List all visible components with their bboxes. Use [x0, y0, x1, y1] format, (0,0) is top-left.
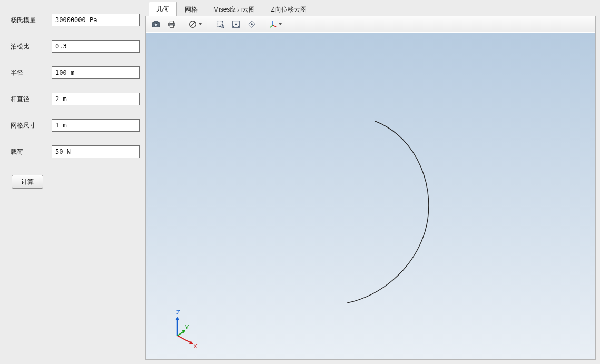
svg-rect-8	[217, 21, 223, 26]
svg-line-22	[178, 331, 184, 336]
svg-line-16	[273, 25, 276, 27]
svg-rect-5	[170, 25, 173, 27]
axis-z-label: Z	[176, 309, 180, 316]
axis-triad: Z X Y	[176, 309, 198, 349]
radius-field[interactable]	[52, 66, 140, 79]
field-label: 杆直径	[11, 95, 52, 104]
poisson-ratio-field[interactable]	[52, 40, 140, 53]
viewport-toolbar	[146, 16, 595, 32]
form-row: 半径	[11, 66, 135, 79]
field-label: 网格尺寸	[11, 121, 52, 130]
tab-mises[interactable]: Mises应力云图	[205, 2, 263, 16]
tab-geometry[interactable]: 几何	[149, 2, 177, 16]
clear-dropdown-icon[interactable]	[188, 18, 204, 31]
geometry-arc	[347, 121, 429, 303]
svg-marker-19	[176, 317, 179, 320]
toolbar-separator	[183, 19, 183, 29]
svg-rect-4	[170, 21, 173, 23]
svg-point-2	[154, 23, 158, 26]
tab-panel-geometry: Z X Y	[145, 16, 596, 360]
svg-line-7	[191, 22, 195, 26]
tabs-strip: 几何 网格 Mises应力云图 Z向位移云图	[145, 2, 596, 16]
camera-icon[interactable]	[149, 18, 163, 31]
svg-line-10	[223, 27, 224, 28]
form-row: 杨氏模量	[11, 14, 135, 26]
parameter-panel: 杨氏模量 泊松比 半径 杆直径 网格尺寸 载荷 计算	[0, 0, 145, 364]
viewport-area: 几何 网格 Mises应力云图 Z向位移云图	[145, 0, 600, 364]
field-label: 载荷	[11, 147, 52, 156]
rotate-view-icon[interactable]	[245, 18, 259, 31]
form-row: 杆直径	[11, 93, 135, 105]
form-row: 网格尺寸	[11, 119, 135, 132]
geometry-viewport[interactable]: Z X Y	[146, 33, 595, 359]
mesh-size-field[interactable]	[52, 119, 140, 132]
svg-line-20	[178, 336, 191, 343]
axis-x-label: X	[193, 343, 198, 349]
axes-dropdown-icon[interactable]	[268, 18, 284, 31]
field-label: 泊松比	[11, 42, 52, 51]
fit-view-icon[interactable]	[229, 18, 243, 31]
svg-point-12	[235, 23, 237, 25]
tab-z-displacement[interactable]: Z向位移云图	[263, 2, 314, 16]
form-row: 载荷	[11, 145, 135, 158]
field-label: 杨氏模量	[11, 16, 52, 25]
axis-y-label: Y	[185, 324, 189, 330]
toolbar-separator	[263, 19, 263, 29]
chevron-down-icon	[199, 23, 202, 25]
field-label: 半径	[11, 68, 52, 77]
svg-line-17	[270, 25, 273, 27]
svg-point-14	[251, 23, 253, 25]
tab-mesh[interactable]: 网格	[177, 2, 205, 16]
print-icon[interactable]	[165, 18, 179, 31]
form-row: 泊松比	[11, 40, 135, 53]
calculate-button[interactable]: 计算	[12, 175, 43, 189]
zoom-box-icon[interactable]	[213, 18, 227, 31]
rod-diameter-field[interactable]	[52, 93, 140, 105]
chevron-down-icon	[279, 23, 282, 25]
svg-rect-1	[154, 21, 158, 23]
load-field[interactable]	[52, 145, 140, 158]
youngs-modulus-field[interactable]	[52, 14, 140, 26]
toolbar-separator	[209, 19, 209, 29]
